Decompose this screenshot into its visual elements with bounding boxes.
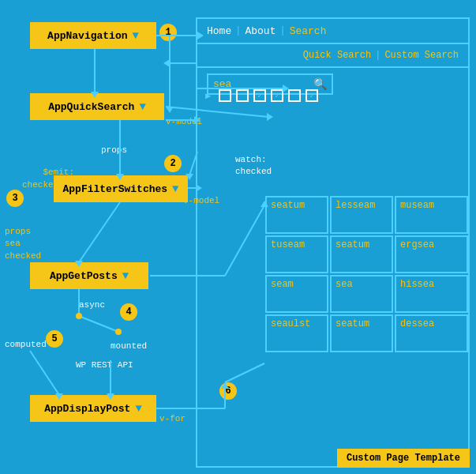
- checkbox-1[interactable]: [219, 89, 231, 102]
- grid-cell-seatum-2: seatum: [330, 235, 393, 273]
- app-display-post-label: AppDisplayPost: [44, 403, 130, 415]
- grid-text-10: seaulst: [271, 318, 310, 329]
- svg-marker-9: [163, 59, 170, 67]
- app-get-posts-arrow: ▼: [122, 269, 129, 282]
- checkbox-5[interactable]: [288, 89, 301, 102]
- nav-bar: Home | About | Search: [197, 19, 468, 44]
- watch-checked-label: watch:checked: [235, 154, 272, 179]
- grid-text-9: sea: [335, 279, 353, 290]
- app-quick-search-label: AppQuickSearch: [48, 101, 134, 113]
- grid-text-11: dessea: [400, 318, 434, 329]
- grid-cell-seaulst: seaulst: [265, 314, 328, 352]
- grid-text-3: museam: [400, 200, 434, 211]
- emit-checked-label: $emit:$emit: checkedchecked: [22, 155, 74, 204]
- app-filter-switches-label: AppFilterSwitches: [62, 183, 167, 195]
- grid-cell-seam: seam: [265, 275, 328, 313]
- grid-cell-ergsea: ergsea: [395, 235, 468, 273]
- badge-1: 1: [159, 24, 177, 41]
- app-display-post-box: AppDisplayPost ▼: [30, 395, 156, 422]
- svg-line-27: [30, 351, 59, 395]
- grid-cell-hissea: hissea: [395, 275, 468, 313]
- nav-sep-2: |: [279, 25, 285, 36]
- computed-label: computed: [5, 340, 47, 349]
- grid-text-1: seatum: [271, 200, 305, 211]
- grid-cell-lesseam: lesseam: [330, 196, 393, 234]
- checkboxes-row: ▶ ✓ ✓ ✓: [196, 81, 470, 111]
- v-model-label-2: v-model: [183, 196, 219, 205]
- grid-text-4: seatum: [335, 239, 369, 250]
- app-quick-search-arrow: ▼: [139, 100, 145, 113]
- badge-3: 3: [6, 190, 24, 207]
- grid-text-2: lesseam: [335, 200, 375, 211]
- checkbox-4[interactable]: ✓: [271, 89, 283, 102]
- app-navigation-box: AppNavigation ▼: [30, 22, 156, 49]
- grid-text-8: hissea: [400, 279, 434, 290]
- checkbox-3[interactable]: ✓: [253, 89, 266, 102]
- checkbox-6[interactable]: ✓: [305, 89, 318, 102]
- app-filter-switches-arrow: ▼: [172, 182, 178, 195]
- watch-text: watch:checked: [235, 155, 272, 176]
- svg-point-26: [115, 329, 122, 335]
- grid-cell-tuseam: tuseam: [265, 235, 328, 273]
- sub-nav-sep: |: [375, 50, 380, 61]
- grid-cell-seatum-3: seatum: [330, 314, 393, 352]
- grid-text-7: seam: [271, 279, 294, 290]
- arrow-cb: ▶: [205, 90, 211, 102]
- async-label: async: [79, 300, 105, 310]
- app-navigation-arrow: ▼: [133, 29, 139, 42]
- app-get-posts-box: AppGetPosts ▼: [30, 262, 148, 289]
- svg-marker-3: [166, 107, 174, 113]
- badge-5: 5: [46, 330, 63, 348]
- diagram-container: Home | About | Search Quick Search | Cus…: [0, 0, 476, 474]
- checkbox-2[interactable]: [236, 89, 249, 102]
- nav-home[interactable]: Home: [207, 25, 231, 37]
- grid-cell-seatum-1: seatum: [265, 196, 328, 234]
- grid-text-12: seatum: [335, 318, 369, 329]
- svg-point-25: [76, 313, 82, 319]
- nav-search[interactable]: Search: [290, 25, 327, 37]
- nav-sep-1: |: [235, 25, 241, 36]
- app-display-post-arrow: ▼: [135, 402, 141, 415]
- svg-line-21: [79, 202, 120, 262]
- app-navigation-label: AppNavigation: [47, 30, 127, 42]
- grid-cell-sea: sea: [330, 275, 393, 313]
- sub-nav: Quick Search | Custom Search: [197, 44, 468, 68]
- v-for-label: v-for: [159, 414, 186, 423]
- sub-nav-custom-search[interactable]: Custom Search: [384, 50, 459, 61]
- props-sea-text: propsseachecked: [5, 227, 41, 261]
- grid-text-5: ergsea: [400, 239, 434, 250]
- svg-line-24: [79, 316, 118, 332]
- props-label: props: [101, 145, 127, 155]
- app-get-posts-label: AppGetPosts: [50, 270, 118, 282]
- app-quick-search-box: AppQuickSearch ▼: [30, 93, 164, 120]
- badge-4: 4: [120, 303, 137, 321]
- grid-cell-museam: museam: [395, 196, 468, 234]
- grid-text-6: tuseam: [271, 239, 305, 250]
- wp-rest-api-label: WP REST API: [76, 360, 133, 370]
- v-model-label-1: v-model: [166, 117, 202, 126]
- mounted-label: mounted: [111, 341, 147, 351]
- custom-page-template: Custom Page Template: [337, 449, 470, 468]
- grid-cell-dessea: dessea: [395, 314, 468, 352]
- sub-nav-quick-search[interactable]: Quick Search: [303, 50, 371, 61]
- emit-text: $emit:$emit: checkedchecked: [22, 167, 74, 189]
- badge-6: 6: [219, 382, 237, 400]
- props-sea-checked-label: propsseachecked: [5, 226, 41, 262]
- nav-about[interactable]: About: [245, 25, 275, 37]
- badge-2: 2: [164, 155, 182, 172]
